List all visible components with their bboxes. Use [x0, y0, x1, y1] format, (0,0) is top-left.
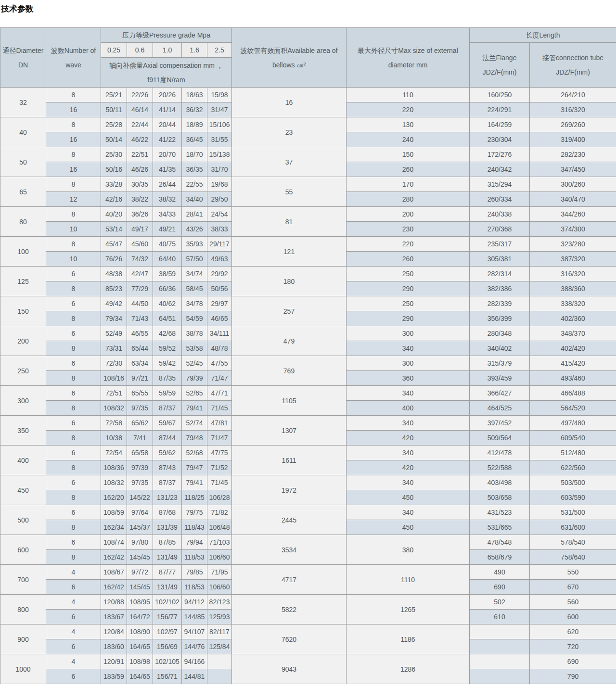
- max-diameter-cell: 340: [346, 386, 470, 401]
- pressure-cell: 35/93: [182, 237, 207, 252]
- flange-cell: 260/334: [470, 192, 530, 207]
- pressure-cell: 79/41: [182, 401, 207, 416]
- max-diameter-cell: 290: [346, 311, 470, 326]
- pressure-cell: 71/45: [207, 401, 232, 416]
- pressure-cell: 97/39: [127, 460, 153, 475]
- max-diameter-cell: 300: [346, 356, 470, 371]
- pressure-cell: 57/50: [182, 252, 207, 267]
- pressure-cell: [207, 654, 232, 669]
- pressure-cell: 48/38: [101, 267, 127, 281]
- max-diameter-cell: 1186: [346, 624, 470, 654]
- header-dn: 通径Diameter DN: [0, 28, 46, 88]
- header-pressure-grade: 压力等级Pressure grade Mpa: [101, 28, 232, 43]
- table-row-dn-600-1: 6006108/7497/8087/8579/9471/103353438047…: [0, 535, 616, 550]
- tube-cell: 402/360: [530, 311, 616, 326]
- pressure-cell: 36/35: [182, 162, 207, 177]
- pressure-cell: 125/93: [207, 610, 232, 624]
- dn-cell: 125: [0, 267, 46, 296]
- bellows-area-cell: 9043: [232, 654, 346, 684]
- pressure-cell: 38/59: [153, 267, 182, 281]
- tube-cell: 466/488: [530, 386, 616, 401]
- flange-cell: 509/564: [470, 431, 530, 446]
- header-connection-tube: 接管connection tube JDZ/F(mm): [530, 43, 616, 88]
- max-diameter-cell: 150: [346, 147, 470, 162]
- pressure-cell: 7/41: [127, 431, 153, 446]
- pressure-cell: 40/62: [153, 296, 182, 311]
- wave-cell: 6: [46, 610, 101, 624]
- dn-cell: 800: [0, 595, 46, 624]
- wave-cell: 16: [46, 102, 101, 117]
- wave-cell: 8: [46, 237, 101, 252]
- wave-cell: 6: [46, 356, 101, 371]
- max-diameter-cell: 450: [346, 520, 470, 535]
- wave-cell: 4: [46, 595, 101, 610]
- pressure-cell: 87/43: [153, 460, 182, 475]
- pressure-cell: 82/117: [207, 624, 232, 639]
- pressure-cell: 49/42: [101, 296, 127, 311]
- pressure-cell: 52/65: [182, 386, 207, 401]
- pressure-cell: 52/74: [182, 416, 207, 431]
- wave-cell: 8: [46, 371, 101, 386]
- tube-cell: 550: [530, 565, 616, 580]
- pressure-cell: 183/59: [101, 669, 127, 684]
- wave-cell: 6: [46, 296, 101, 311]
- pressure-cell: 19/68: [207, 177, 232, 192]
- tube-cell: 790: [530, 669, 616, 684]
- bellows-area-cell: 180: [232, 267, 346, 296]
- pressure-cell: 87/68: [153, 505, 182, 520]
- max-diameter-cell: 250: [346, 296, 470, 311]
- pressure-cell: 29/92: [207, 267, 232, 281]
- pressure-cell: 50/14: [101, 132, 127, 147]
- table-row-dn-400-1: 400672/5465/5859/6252/6847/751611340412/…: [0, 446, 616, 460]
- header-pressure-1.6: 1.6: [182, 43, 207, 58]
- dn-cell: 65: [0, 177, 46, 207]
- pressure-cell: 30/35: [127, 177, 153, 192]
- flange-cell: 224/291: [470, 102, 530, 117]
- pressure-cell: 46/22: [127, 132, 153, 147]
- pressure-cell: 59/62: [153, 446, 182, 460]
- max-diameter-cell: 280: [346, 192, 470, 207]
- pressure-cell: 59/59: [153, 386, 182, 401]
- max-diameter-cell: 380: [346, 535, 470, 565]
- pressure-cell: 97/35: [127, 475, 153, 490]
- tube-cell: 670: [530, 580, 616, 595]
- pressure-cell: 20/44: [153, 117, 182, 132]
- page-title: 技术参数: [1, 4, 616, 14]
- pressure-cell: 79/75: [182, 505, 207, 520]
- wave-cell: 8: [46, 490, 101, 505]
- dn-cell: 80: [0, 207, 46, 237]
- flange-cell: 280/348: [470, 326, 530, 341]
- pressure-cell: 164/65: [127, 639, 153, 654]
- flange-cell: 393/459: [470, 371, 530, 386]
- pressure-cell: 45/60: [127, 237, 153, 252]
- tube-cell: 269/260: [530, 117, 616, 132]
- pressure-cell: 18/70: [182, 147, 207, 162]
- pressure-cell: 29/50: [207, 192, 232, 207]
- flange-cell: 305/381: [470, 252, 530, 267]
- pressure-cell: 106/48: [207, 520, 232, 535]
- bellows-area-cell: 4717: [232, 565, 346, 595]
- tube-cell: 497/480: [530, 416, 616, 431]
- pressure-cell: 156/77: [153, 610, 182, 624]
- dn-cell: 600: [0, 535, 46, 565]
- pressure-cell: 38/22: [127, 192, 153, 207]
- pressure-cell: 41/14: [153, 102, 182, 117]
- pressure-cell: 59/67: [153, 416, 182, 431]
- pressure-cell: 34/40: [182, 192, 207, 207]
- max-diameter-cell: 220: [346, 237, 470, 252]
- wave-cell: 8: [46, 88, 101, 102]
- pressure-cell: 164/65: [127, 669, 153, 684]
- pressure-cell: 59/52: [153, 341, 182, 356]
- table-row-dn-125-1: 125648/3842/4738/5934/7429/92180250282/3…: [0, 267, 616, 281]
- tube-cell: 348/370: [530, 326, 616, 341]
- tube-cell: 690: [530, 654, 616, 669]
- pressure-cell: 102/97: [153, 624, 182, 639]
- bellows-area-cell: 81: [232, 207, 346, 237]
- pressure-cell: 46/26: [127, 162, 153, 177]
- header-pressure-0.25: 0.25: [101, 43, 127, 58]
- bellows-area-cell: 2445: [232, 505, 346, 535]
- pressure-cell: 65/62: [127, 416, 153, 431]
- flange-cell: 522/588: [470, 460, 530, 475]
- wave-cell: 8: [46, 281, 101, 296]
- pressure-cell: 15/106: [207, 117, 232, 132]
